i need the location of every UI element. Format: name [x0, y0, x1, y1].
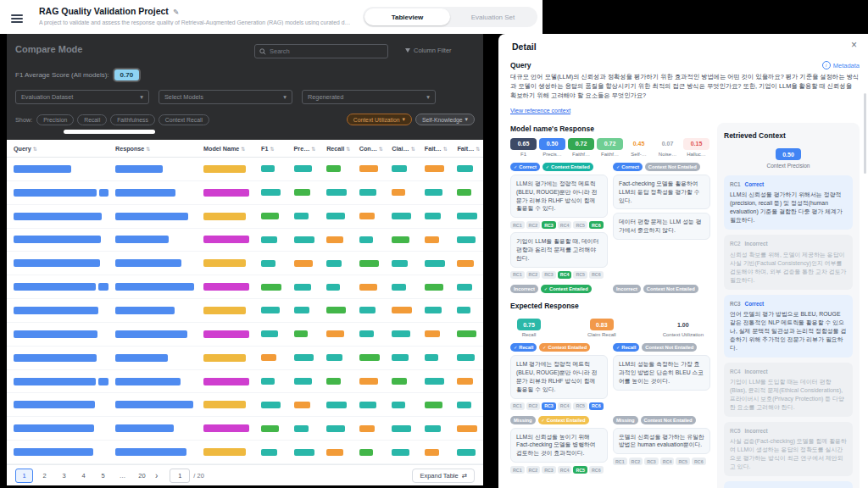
- redacted-metric-value: [294, 449, 314, 456]
- table-row[interactable]: [7, 441, 483, 464]
- view-reference-link[interactable]: View reference context: [510, 108, 570, 114]
- table-row[interactable]: [7, 275, 483, 299]
- selected-metric-chip[interactable]: Context Utilization▾: [347, 114, 412, 125]
- tab-evaluation-set[interactable]: Evaluation Set: [450, 8, 536, 25]
- column-header[interactable]: Model Name⇅: [197, 145, 254, 152]
- metric-chip[interactable]: Faithfulness: [110, 114, 155, 125]
- column-header[interactable]: Con…⇅: [353, 145, 386, 152]
- redacted-model-name: [203, 259, 246, 267]
- filter-select[interactable]: Evaluation Dataset▾: [15, 90, 149, 104]
- sort-icon[interactable]: ⇅: [241, 146, 245, 152]
- model-response-title: Model name's Response: [510, 125, 710, 133]
- menu-icon[interactable]: [11, 13, 23, 25]
- metric-cell: [450, 370, 483, 393]
- metric-chip[interactable]: Context Recall: [159, 114, 209, 125]
- page-button[interactable]: 5: [95, 469, 111, 482]
- column-header[interactable]: F1⇅: [254, 145, 287, 152]
- column-header[interactable]: Fait…⇅: [450, 145, 483, 152]
- sort-icon[interactable]: ⇅: [443, 146, 448, 152]
- filter-select[interactable]: Select Models▾: [159, 90, 292, 104]
- column-filter-button[interactable]: Column Filter: [405, 47, 452, 54]
- rc-verdict: Incorrect: [745, 427, 768, 435]
- column-header[interactable]: Clai…⇅: [385, 145, 418, 152]
- model-response-column: Model name's Response 0.65F10.50Precis…0…: [510, 123, 710, 488]
- redacted-metric-value: [326, 330, 344, 337]
- search-input[interactable]: Search: [254, 44, 388, 58]
- page-total-label: / 20: [193, 472, 204, 480]
- metric-cell: [450, 417, 483, 440]
- metric-chip[interactable]: Precision: [36, 114, 74, 125]
- model-cell: [197, 393, 254, 416]
- rc-chip: RC6: [589, 466, 604, 474]
- redacted-metric-value: [326, 189, 347, 196]
- column-label: Recall: [326, 145, 344, 152]
- filter-select[interactable]: Regenerated▾: [302, 90, 436, 104]
- column-header[interactable]: Recall⇅: [320, 145, 353, 152]
- query-cell: [7, 370, 108, 393]
- sort-icon[interactable]: ⇅: [270, 146, 274, 152]
- table-row[interactable]: [7, 205, 483, 229]
- sort-icon[interactable]: ⇅: [411, 146, 415, 152]
- page-jump-input[interactable]: 1: [170, 469, 190, 483]
- table-row[interactable]: [7, 252, 483, 275]
- redacted-metric-value: [425, 402, 442, 408]
- expected-metric-value: 0.75: [517, 319, 541, 330]
- expected-metric: 0.75Recall: [517, 315, 541, 338]
- sort-icon[interactable]: ⇅: [311, 146, 315, 152]
- table-row[interactable]: [7, 347, 483, 370]
- check-icon: ✓: [546, 164, 549, 169]
- selected-metric-chip[interactable]: Self-Knowledge▾: [415, 114, 475, 125]
- rc-chip: RC2: [526, 402, 541, 410]
- next-page-button[interactable]: ›: [155, 471, 158, 480]
- table-row[interactable]: [7, 323, 483, 347]
- response-cell: [108, 370, 197, 393]
- metric-cell: [353, 299, 386, 322]
- redacted-model-name: [203, 378, 249, 385]
- sort-icon[interactable]: ⇅: [379, 146, 383, 152]
- table-row[interactable]: [7, 229, 483, 252]
- info-icon: i: [822, 61, 831, 69]
- show-label: Show:: [15, 116, 32, 124]
- page-button[interactable]: 4: [75, 469, 92, 482]
- retrieved-context-card: RC2Incorrect신뢰성 확보를 위해, 모델이 제공하는 응답이 사실 …: [724, 235, 853, 289]
- sort-icon[interactable]: ⇅: [33, 146, 37, 152]
- table-row[interactable]: [7, 370, 483, 394]
- metric-cell: [418, 158, 451, 180]
- redacted-metric-value: [425, 284, 443, 291]
- sort-icon[interactable]: ⇅: [146, 146, 150, 152]
- scrollbar-thumb[interactable]: [864, 93, 866, 174]
- metric-chip[interactable]: Recall: [77, 114, 107, 125]
- sort-icon[interactable]: ⇅: [476, 146, 480, 152]
- sort-icon[interactable]: ⇅: [346, 146, 350, 152]
- page-button[interactable]: 20: [134, 469, 150, 482]
- metadata-link[interactable]: i Metadata: [822, 61, 860, 69]
- metric-cell: [450, 441, 483, 463]
- table-row[interactable]: [7, 417, 483, 441]
- status-badge: ✓Recall: [510, 343, 537, 352]
- retrieved-context-card: RC1CorrectLLM의 신뢰성을 평가하기 위해서는 정량적(precis…: [724, 175, 853, 230]
- table-row[interactable]: [7, 158, 483, 181]
- expand-table-button[interactable]: Expand Table ⇄: [412, 469, 475, 483]
- close-icon[interactable]: ×: [851, 39, 857, 51]
- edit-icon[interactable]: ✎: [173, 8, 179, 16]
- column-header[interactable]: Pre…⇅: [287, 145, 320, 152]
- column-header[interactable]: Fait…⇅: [418, 145, 451, 152]
- page-button[interactable]: 1: [15, 469, 33, 483]
- column-header[interactable]: Response⇅: [108, 145, 197, 152]
- table-row[interactable]: [7, 181, 483, 205]
- page-button[interactable]: 2: [36, 469, 53, 482]
- redacted-metric-value: [326, 378, 341, 385]
- redacted-response-text: [115, 213, 188, 220]
- column-header[interactable]: Query⇅: [7, 145, 108, 152]
- table-row[interactable]: [7, 299, 483, 323]
- page-button[interactable]: 3: [56, 469, 72, 482]
- badge-label: Context Not Entailed: [645, 345, 693, 350]
- status-badge: ✓Correct: [613, 163, 643, 171]
- metric-cell: [254, 417, 287, 440]
- redacted-metric-value: [359, 236, 373, 243]
- redacted-metric-value: [294, 425, 309, 432]
- retrieved-context-card: RC6Correct사용자 피드백을 반영한 Reinforcement Lea…: [724, 481, 853, 488]
- rc-chip: RC5: [573, 221, 587, 229]
- table-row[interactable]: [7, 393, 483, 417]
- tab-tableview[interactable]: Tableview: [364, 8, 450, 25]
